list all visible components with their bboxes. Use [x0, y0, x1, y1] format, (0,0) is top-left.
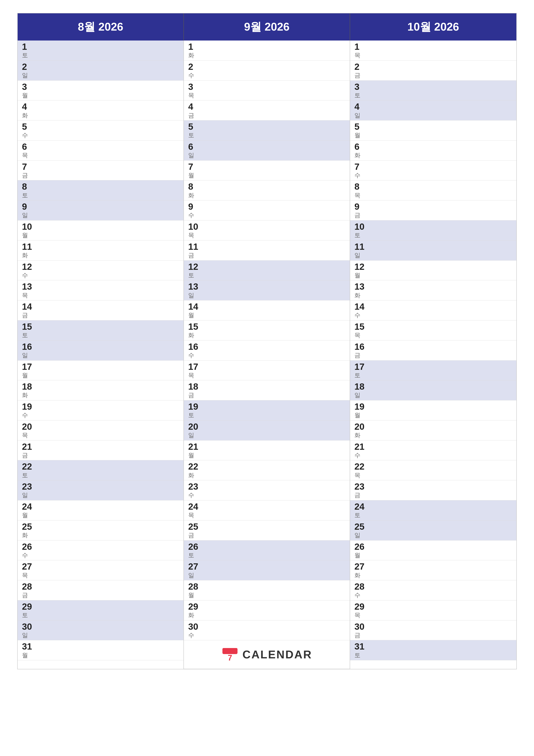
day-row: 25화: [18, 521, 184, 540]
day-info: 8토: [22, 182, 37, 199]
day-info: 28수: [354, 582, 369, 599]
day-row: 15화: [184, 320, 350, 340]
day-name: 금: [354, 632, 369, 639]
day-number: 1: [188, 42, 203, 52]
day-info: 19월: [354, 402, 369, 419]
day-row: 10토: [350, 221, 516, 240]
day-info: 27화: [354, 562, 369, 579]
day-number: 8: [354, 182, 369, 192]
day-number: 20: [354, 422, 369, 432]
day-row: 10목: [184, 221, 350, 240]
day-row: 29목: [350, 600, 516, 620]
day-name: 금: [354, 72, 369, 79]
day-row: 27화: [350, 560, 516, 580]
day-row: 23수: [184, 480, 350, 500]
day-number: 18: [354, 382, 369, 392]
day-name: 목: [188, 232, 203, 239]
day-name: 화: [22, 392, 37, 399]
day-name: 화: [22, 112, 37, 119]
day-info: 26수: [22, 542, 37, 559]
day-number: 22: [22, 462, 37, 472]
day-number: 15: [354, 322, 369, 332]
day-number: 23: [188, 482, 203, 492]
day-name: 일: [354, 532, 369, 539]
day-row: 8목: [350, 180, 516, 201]
day-number: 6: [354, 142, 369, 152]
day-name: 월: [188, 592, 203, 599]
day-row: 5토: [184, 121, 350, 141]
day-row: 26수: [18, 540, 184, 560]
day-info: 11일: [354, 242, 369, 259]
day-info: 1토: [22, 42, 37, 59]
day-number: 21: [188, 442, 203, 452]
day-number: 19: [188, 402, 203, 412]
day-info: 7월: [188, 162, 203, 179]
day-number: 15: [22, 322, 37, 332]
day-info: 31토: [354, 641, 369, 659]
day-name: 금: [188, 532, 203, 539]
day-number: 31: [22, 641, 37, 652]
day-number: 4: [188, 102, 203, 112]
day-info: 30수: [188, 622, 203, 639]
day-number: 23: [354, 482, 369, 492]
day-row: 28월: [184, 580, 350, 600]
day-name: 금: [188, 392, 203, 399]
day-info: 11금: [188, 242, 203, 259]
month-column-1: 1토2일3월4화5수6목7금8토9일10월11화12수13목14금15토16일1…: [18, 40, 184, 669]
day-info: 1화: [188, 42, 203, 59]
day-number: 16: [22, 342, 37, 352]
day-number: 14: [22, 302, 37, 311]
day-name: 월: [22, 372, 37, 379]
day-info: 29목: [354, 602, 369, 619]
day-row: 18화: [18, 380, 184, 400]
day-info: 19수: [22, 402, 37, 419]
day-number: 7: [22, 162, 37, 172]
day-name: 목: [354, 52, 369, 59]
day-name: 월: [22, 652, 37, 659]
day-number: 4: [22, 102, 37, 112]
day-name: 목: [22, 152, 37, 159]
day-info: 27일: [188, 562, 203, 579]
day-info: 10목: [188, 222, 203, 239]
day-row: 12수: [18, 260, 184, 281]
month-header-3: 10월 2026: [350, 14, 516, 40]
day-row: 7수: [350, 161, 516, 180]
day-name: 금: [22, 172, 37, 179]
day-name: 토: [188, 272, 203, 279]
day-info: 9수: [188, 202, 203, 219]
day-name: 월: [354, 272, 369, 279]
day-row: 19토: [184, 400, 350, 420]
day-row: 1목: [350, 40, 516, 61]
day-name: 월: [22, 512, 37, 519]
day-number: 22: [354, 462, 369, 472]
day-number: 13: [188, 282, 203, 292]
day-number: 17: [354, 362, 369, 372]
day-row: 6목: [18, 141, 184, 161]
day-row: 24토: [350, 500, 516, 521]
day-row: 27목: [18, 560, 184, 580]
day-row: 28금: [18, 580, 184, 600]
day-name: 일: [22, 352, 37, 359]
day-number: 27: [188, 562, 203, 572]
day-number: 29: [22, 602, 37, 611]
day-number: 17: [188, 362, 203, 372]
day-info: 9일: [22, 202, 37, 219]
day-name: 토: [22, 332, 37, 339]
day-name: 화: [188, 192, 203, 199]
day-number: 28: [188, 582, 203, 592]
day-info: 6목: [22, 142, 37, 159]
day-row: 16금: [350, 340, 516, 361]
day-name: 금: [188, 112, 203, 119]
day-info: 23일: [22, 482, 37, 499]
day-name: 토: [188, 412, 203, 419]
day-row: 30금: [350, 620, 516, 640]
day-row: 18일: [350, 380, 516, 400]
day-number: 29: [354, 602, 369, 611]
day-row: 13목: [18, 281, 184, 300]
day-number: 21: [22, 442, 37, 452]
day-info: 17토: [354, 362, 369, 379]
day-info: 4화: [22, 102, 37, 119]
day-row: 25일: [350, 521, 516, 540]
day-number: 8: [188, 182, 203, 192]
day-info: 25화: [22, 522, 37, 539]
